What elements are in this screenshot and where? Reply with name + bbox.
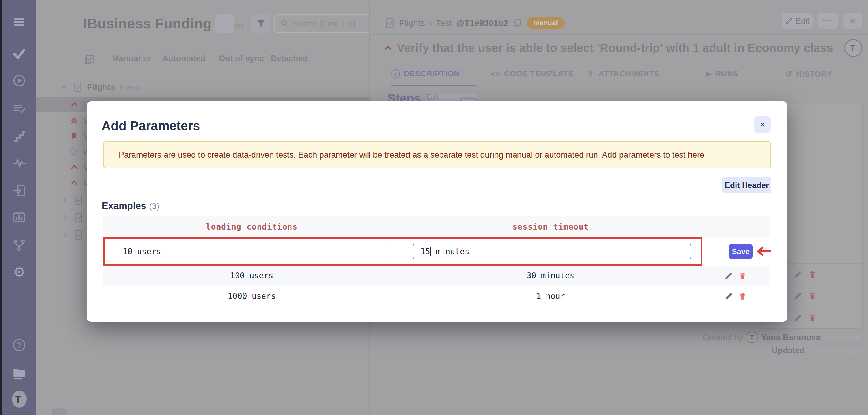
param2-text-before-caret: 15: [421, 247, 430, 256]
column-header: loading conditions: [103, 216, 400, 237]
example-cell: 100 users: [103, 266, 400, 286]
column-header: session timeout: [400, 216, 701, 237]
save-button-label: Save: [732, 247, 750, 256]
row-actions: [701, 266, 770, 286]
modal-close-button[interactable]: ×: [754, 116, 771, 133]
info-banner: Parameters are used to create data-drive…: [103, 141, 771, 168]
param1-input[interactable]: [115, 247, 390, 256]
row-actions: [701, 286, 770, 306]
modal-title: Add Parameters: [101, 118, 200, 133]
delete-row-icon[interactable]: [738, 292, 747, 301]
edit-header-button[interactable]: Edit Header: [722, 177, 771, 194]
save-button[interactable]: Save: [729, 244, 753, 259]
example-cell: 30 minutes: [400, 266, 701, 286]
example-row: 100 users 30 minutes: [103, 266, 770, 286]
table-header-row: loading conditions session timeout: [103, 216, 770, 237]
param2-input[interactable]: 15 minutes: [412, 244, 691, 260]
examples-table: loading conditions session timeout 15 mi…: [103, 216, 770, 306]
close-icon: ×: [760, 119, 765, 130]
delete-row-icon[interactable]: [738, 271, 747, 280]
add-parameters-modal: Add Parameters × Parameters are used to …: [87, 101, 787, 322]
param2-text-after-caret: minutes: [431, 247, 469, 256]
edit-row-icon[interactable]: [724, 291, 734, 301]
examples-heading: Examples(3): [102, 201, 159, 211]
examples-label: Examples: [102, 201, 146, 211]
info-banner-text: Parameters are used to create data-drive…: [119, 150, 704, 160]
edit-header-label: Edit Header: [725, 181, 769, 190]
param1-input-wrap: [115, 244, 390, 260]
example-row: 1000 users 1 hour: [103, 286, 770, 306]
example-cell: 1 hour: [400, 286, 701, 306]
edit-row-icon[interactable]: [724, 271, 734, 280]
annotation-arrow-icon: [754, 245, 771, 257]
examples-count: (3): [149, 202, 159, 211]
column-header-actions: [701, 216, 770, 237]
example-cell: 1000 users: [103, 286, 400, 306]
